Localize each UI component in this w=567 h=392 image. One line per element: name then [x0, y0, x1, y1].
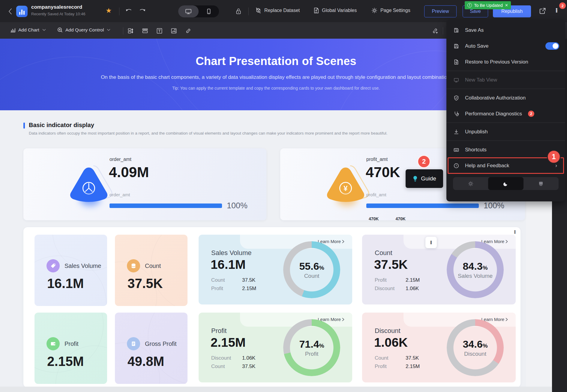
svg-text:¥: ¥: [344, 184, 348, 192]
document-title: companysalesrecord: [31, 4, 85, 10]
menu-item-save-as[interactable]: Save As: [446, 22, 565, 38]
donut-card-sales-volume[interactable]: Learn More Sales Volume 16.1M Count37.5K…: [199, 235, 352, 304]
chevron-right-icon: [506, 318, 508, 321]
add-query-control-button[interactable]: Add Query Control: [57, 27, 110, 33]
order-amt-icon: [65, 160, 115, 210]
annotation-step-1: 1: [547, 150, 561, 164]
menu-item-restore-version[interactable]: Restore to Previous Version: [446, 54, 565, 70]
system-theme-device-icon[interactable]: [524, 177, 559, 190]
diagnostics-badge: 2: [528, 111, 534, 117]
theme-switcher: [453, 177, 559, 190]
svg-text:?: ?: [455, 164, 457, 167]
bar-chart-icon: [10, 27, 16, 33]
section-accent-bar: [23, 123, 25, 129]
metric-sub-label: order_amt: [110, 192, 130, 197]
progress-percent: 100%: [227, 201, 248, 210]
chevron-down-icon: [107, 29, 110, 31]
insert-image-widget-icon[interactable]: [170, 28, 177, 34]
donut-card-discount[interactable]: Learn More Discount 1.06K Count37.5K Pro…: [362, 313, 516, 382]
page-settings-button[interactable]: Page Settings: [371, 7, 410, 14]
card-more-icon[interactable]: •••: [425, 237, 437, 248]
replace-dataset-icon: [255, 7, 262, 14]
menu-item-performance-diagnostics[interactable]: Performance Diagnostics 2: [446, 106, 565, 122]
favorite-star-icon[interactable]: ★: [106, 7, 112, 14]
preview-button[interactable]: Preview: [424, 5, 457, 17]
metric-label: profit_amt: [366, 157, 388, 162]
save-status: Recently Saved At Today 10:46: [31, 12, 85, 16]
close-icon[interactable]: ✕: [505, 3, 508, 7]
insert-text-widget-icon[interactable]: [156, 28, 163, 34]
menu-divider: [446, 141, 565, 141]
lightbulb-icon: [412, 175, 418, 182]
dark-theme-moon-icon[interactable]: [488, 177, 523, 190]
link-filter-icon[interactable]: [431, 28, 439, 35]
mobile-view-icon[interactable]: [199, 5, 219, 17]
mini-card-sales-volume[interactable]: Sales Volume 16.1M: [34, 235, 107, 306]
menu-divider: [446, 89, 565, 89]
panel-more-icon[interactable]: •••: [514, 230, 516, 234]
section-title: Basic indicator display: [29, 122, 94, 129]
menu-divider: [446, 71, 565, 71]
redo-icon[interactable]: [139, 8, 146, 15]
chevron-right-icon: [506, 240, 508, 243]
device-toggle[interactable]: [178, 5, 219, 17]
profit-amt-icon: ¥: [322, 160, 372, 210]
save-icon: [453, 43, 460, 49]
annotation-step-2: 2: [417, 155, 430, 168]
menu-item-auto-save[interactable]: Auto Save: [446, 38, 565, 54]
guide-tooltip[interactable]: Guide: [406, 169, 443, 188]
app-logo-icon: [16, 6, 28, 17]
indicator-card-order-amt[interactable]: order_amt 4.09M order_amt 100%: [23, 148, 266, 220]
undo-icon[interactable]: [125, 8, 133, 15]
indicator-panel: ••• Sales Volume 16.1M Count 37.5K: [23, 227, 520, 388]
chevron-right-icon: [342, 240, 344, 243]
light-theme-sun-icon[interactable]: [453, 177, 488, 190]
mini-card-gross-profit[interactable]: Gross Profit 49.8M: [115, 313, 188, 384]
metric-value: 470K: [366, 164, 400, 180]
help-icon: ?: [453, 163, 460, 169]
more-menu-icon[interactable]: •••: [556, 8, 558, 13]
notification-badge: 2: [559, 2, 566, 9]
auto-save-toggle[interactable]: [545, 42, 559, 50]
insert-link-widget-icon[interactable]: [185, 28, 192, 34]
save-as-icon: [453, 27, 460, 33]
metric-label: order_amt: [110, 157, 131, 162]
gear-icon: [371, 7, 378, 14]
more-options-menu: Save As Auto Save Restore to Previous Ve…: [446, 20, 565, 201]
document-icon: [127, 337, 140, 350]
bottom-scroll-gutter[interactable]: [0, 387, 552, 392]
menu-divider: [446, 123, 565, 123]
desktop-view-icon[interactable]: [178, 5, 199, 17]
insert-control-widget-icon[interactable]: [127, 28, 134, 34]
replace-dataset-button[interactable]: Replace Dataset: [255, 7, 300, 14]
insert-tab-widget-icon[interactable]: [142, 28, 148, 34]
menu-item-unpublish[interactable]: Unpublish: [446, 124, 565, 140]
mini-card-profit[interactable]: Profit 2.15M: [34, 313, 107, 384]
wallet-icon: [46, 337, 60, 350]
add-chart-button[interactable]: Add Chart: [10, 27, 46, 33]
database-icon: [127, 259, 140, 272]
global-variables-icon: [313, 7, 319, 14]
share-icon[interactable]: [538, 7, 546, 15]
unpublish-icon: [453, 129, 460, 135]
top-bar: companysalesrecord Recently Saved At Tod…: [0, 0, 567, 23]
section-description: Data indicators often occupy the most im…: [29, 131, 387, 135]
lock-icon[interactable]: [235, 8, 242, 15]
metric-sub-label: profit_amt: [366, 192, 386, 197]
donut-card-count[interactable]: Learn More Count 37.5K Profit2.15M Disco…: [362, 235, 516, 304]
chevron-down-icon: [42, 29, 46, 31]
donut-chart: 34.6% Discount: [447, 319, 504, 376]
menu-item-help-and-feedback[interactable]: ? Help and Feedback ›: [448, 158, 564, 174]
progress-bar: [366, 203, 479, 208]
menu-item-collaborative-authorization[interactable]: Collaborative Authorization: [446, 90, 565, 106]
mini-card-count[interactable]: Count 37.5K: [115, 235, 188, 306]
shield-check-icon: [453, 95, 460, 101]
alert-icon: !: [467, 3, 472, 7]
donut-card-profit[interactable]: Learn More Profit 2.15M Discount1.06K Co…: [199, 313, 352, 382]
tag-icon: [46, 259, 60, 272]
back-icon[interactable]: [7, 7, 14, 16]
chevron-right-icon: [342, 318, 344, 321]
clipped-footer-values: 470K 470K: [369, 216, 406, 220]
metric-value: 4.09M: [109, 164, 149, 180]
global-variables-button[interactable]: Global Variables: [313, 7, 357, 14]
